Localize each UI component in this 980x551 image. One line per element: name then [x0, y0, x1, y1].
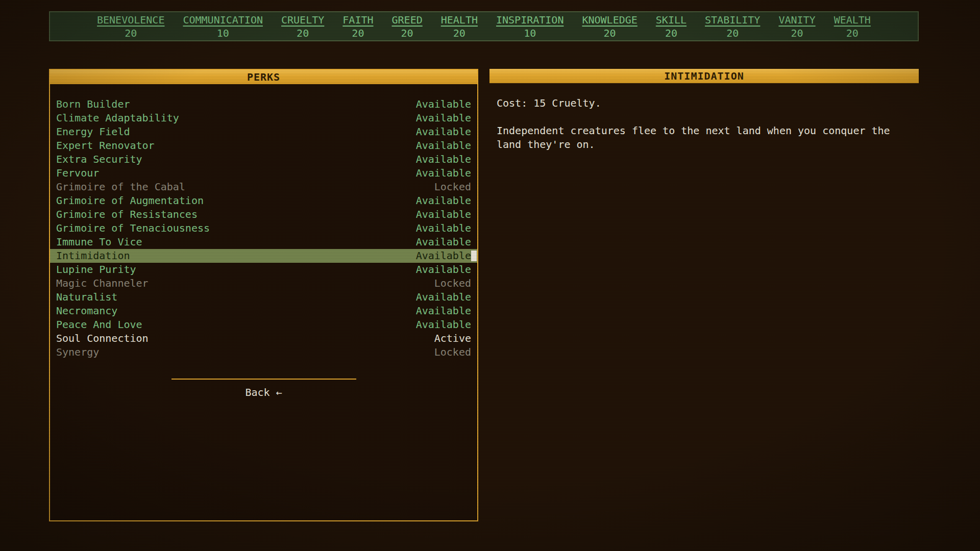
stat-label: SKILL — [656, 13, 687, 27]
perk-row[interactable]: Synergy Locked — [50, 345, 477, 359]
perk-status: Available — [416, 166, 471, 180]
perk-description: Independent creatures flee to the next l… — [497, 124, 912, 152]
perk-status: Available — [416, 304, 471, 318]
perk-name: Grimoire of the Cabal — [56, 180, 185, 194]
perk-row[interactable]: Peace And Love Available — [50, 318, 477, 332]
perk-status: Available — [416, 235, 471, 249]
stat-item: VANITY 20 — [778, 13, 815, 40]
stat-item: HEALTH 20 — [441, 13, 478, 40]
perk-row[interactable]: Immune To Vice Available — [50, 235, 477, 249]
detail-body: Cost: 15 Cruelty. Independent creatures … — [489, 83, 919, 152]
perk-status: Available — [416, 249, 471, 263]
stat-label: BENEVOLENCE — [97, 13, 164, 27]
perk-name: Synergy — [56, 345, 99, 359]
stat-item: WEALTH 20 — [834, 13, 871, 40]
perk-name: Energy Field — [56, 125, 130, 139]
perk-status: Locked — [434, 277, 471, 290]
stat-label: WEALTH — [834, 13, 871, 27]
perk-status: Available — [416, 97, 471, 111]
stat-value: 20 — [125, 27, 137, 40]
perk-cost: Cost: 15 Cruelty. — [497, 96, 912, 110]
perks-panel: PERKS Born Builder Available Climate Ada… — [49, 69, 478, 521]
perk-name: Expert Renovator — [56, 139, 155, 153]
stat-value: 20 — [665, 27, 677, 40]
perk-name: Immune To Vice — [56, 235, 142, 249]
stat-item: SKILL 20 — [656, 13, 687, 40]
perks-panel-header: PERKS — [50, 70, 477, 84]
perk-row[interactable]: Grimoire of Resistances Available — [50, 208, 477, 221]
perk-status: Available — [416, 263, 471, 277]
perk-row[interactable]: Naturalist Available — [50, 290, 477, 304]
perk-row[interactable]: Born Builder Available — [50, 97, 477, 111]
perk-name: Necromancy — [56, 304, 117, 318]
perk-name: Intimidation — [56, 249, 130, 263]
stat-item: STABILITY 20 — [705, 13, 760, 40]
perk-status: Available — [416, 139, 471, 153]
stat-value: 20 — [791, 27, 803, 40]
perk-status: Available — [416, 290, 471, 304]
perk-status: Locked — [434, 180, 471, 194]
perk-status: Available — [416, 318, 471, 332]
stat-label: COMMUNICATION — [183, 13, 263, 27]
stat-item: COMMUNICATION 10 — [183, 13, 263, 40]
perk-status: Active — [434, 332, 471, 345]
perk-row[interactable]: Climate Adaptability Available — [50, 111, 477, 125]
stat-label: STABILITY — [705, 13, 760, 27]
perk-row[interactable]: Soul Connection Active — [50, 332, 477, 345]
separator-line — [172, 379, 356, 380]
perk-name: Born Builder — [56, 97, 130, 111]
stat-label: HEALTH — [441, 13, 478, 27]
perk-row[interactable]: Extra Security Available — [50, 153, 477, 166]
perk-status: Available — [416, 208, 471, 221]
perk-name: Climate Adaptability — [56, 111, 179, 125]
perk-row[interactable]: Lupine Purity Available — [50, 263, 477, 277]
perk-status: Available — [416, 221, 471, 235]
perk-name: Grimoire of Resistances — [56, 208, 198, 221]
perk-name: Soul Connection — [56, 332, 149, 345]
perk-name: Lupine Purity — [56, 263, 136, 277]
perk-row[interactable]: Magic Channeler Locked — [50, 277, 477, 290]
perk-name: Grimoire of Tenaciousness — [56, 221, 210, 235]
stat-label: CRUELTY — [281, 13, 324, 27]
perk-status: Available — [416, 153, 471, 166]
back-button[interactable]: Back ← — [241, 386, 286, 399]
stat-item: BENEVOLENCE 20 — [97, 13, 164, 40]
perk-status: Locked — [434, 345, 471, 359]
perk-name: Fervour — [56, 166, 99, 180]
perk-name: Extra Security — [56, 153, 142, 166]
perks-panel-title: PERKS — [247, 71, 280, 83]
perk-name: Peace And Love — [56, 318, 142, 332]
stats-bar: BENEVOLENCE 20 COMMUNICATION 10 CRUELTY … — [49, 11, 919, 41]
stat-value: 20 — [297, 27, 309, 40]
perk-row[interactable]: Necromancy Available — [50, 304, 477, 318]
perk-row[interactable]: Energy Field Available — [50, 125, 477, 139]
perk-name: Magic Channeler — [56, 277, 149, 290]
perk-status: Available — [416, 111, 471, 125]
perk-row[interactable]: Grimoire of Tenaciousness Available — [50, 221, 477, 235]
detail-panel-title: INTIMIDATION — [664, 70, 744, 82]
stat-item: GREED 20 — [392, 13, 423, 40]
stat-value: 20 — [846, 27, 859, 40]
stat-value: 20 — [726, 27, 739, 40]
stat-value: 20 — [352, 27, 364, 40]
stat-label: FAITH — [342, 13, 373, 27]
stat-value: 20 — [604, 27, 616, 40]
stat-item: CRUELTY 20 — [281, 13, 324, 40]
stat-label: INSPIRATION — [496, 13, 564, 27]
perk-row[interactable]: Grimoire of the Cabal Locked — [50, 180, 477, 194]
stat-item: KNOWLEDGE 20 — [582, 13, 637, 40]
stat-label: VANITY — [778, 13, 815, 27]
perk-row[interactable]: Intimidation Available — [50, 249, 477, 263]
perk-row[interactable]: Grimoire of Augmentation Available — [50, 194, 477, 208]
stat-label: KNOWLEDGE — [582, 13, 637, 27]
perk-row[interactable]: Fervour Available — [50, 166, 477, 180]
perk-row[interactable]: Expert Renovator Available — [50, 139, 477, 153]
stat-item: INSPIRATION 10 — [496, 13, 564, 40]
perk-detail-panel: INTIMIDATION Cost: 15 Cruelty. Independe… — [489, 69, 919, 152]
detail-panel-header: INTIMIDATION — [489, 69, 919, 83]
stat-value: 10 — [217, 27, 229, 40]
back-area: Back ← — [50, 379, 477, 399]
perk-list: Born Builder Available Climate Adaptabil… — [50, 84, 477, 359]
stat-value: 20 — [401, 27, 413, 40]
stat-item: FAITH 20 — [342, 13, 373, 40]
